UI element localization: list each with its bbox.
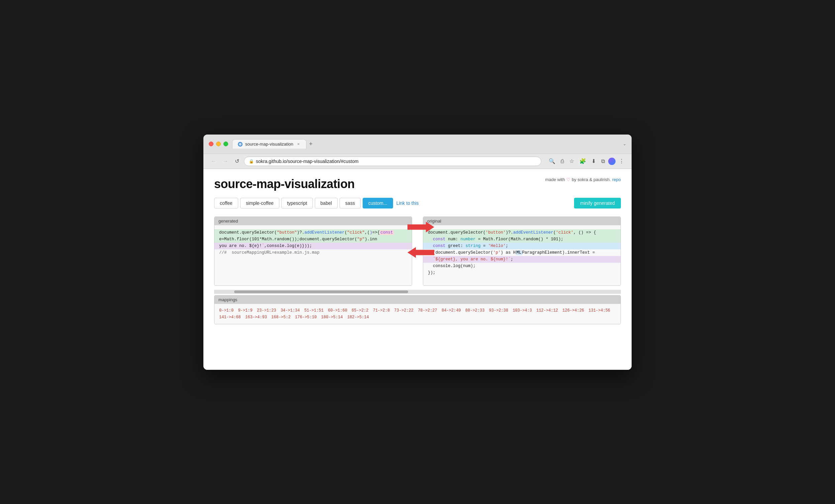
generated-panel-header: generated [215, 217, 412, 225]
back-button[interactable]: ← [209, 157, 218, 166]
by-text: by sokra & paulirish. [572, 177, 611, 182]
lock-icon: 🔒 [249, 159, 254, 164]
repo-link[interactable]: repo [612, 177, 621, 182]
mapping-item: 131->4:56 [588, 308, 610, 313]
mapping-item: 51->1:51 [304, 308, 324, 313]
mapping-item: 34->1:34 [281, 308, 300, 313]
original-panel: original document.querySelector('button'… [423, 217, 621, 286]
left-arrow-icon [407, 246, 434, 258]
orig-code-line-7: }); [428, 269, 616, 276]
mapping-item: 71->2:8 [373, 308, 390, 313]
tab-list-chevron[interactable]: ⌄ [623, 142, 626, 146]
mappings-body: 0->1:0 9->1:9 23->1:23 34->1:34 51->1:51… [215, 304, 620, 324]
mapping-item: 103->4:3 [512, 308, 532, 313]
mapping-item: 163->4:93 [245, 315, 267, 320]
browser-window: source-map-visualization ✕ + ⌄ ← → ↺ 🔒 s… [203, 135, 632, 370]
heart-icon: ♡ [566, 177, 570, 182]
url-text: sokra.github.io/source-map-visualization… [256, 159, 536, 164]
tab-manage-button[interactable]: ⧉ [599, 157, 607, 166]
svg-point-0 [239, 143, 242, 146]
mapping-item: 9->1:9 [238, 308, 252, 313]
orig-code-line-3: const greet: string = 'Hello'; [423, 243, 620, 249]
download-button[interactable]: ⬇ [589, 157, 598, 166]
preset-custom-button[interactable]: custom... [363, 198, 393, 208]
link-to-this[interactable]: Link to this [395, 198, 420, 208]
mapping-item: 0->1:0 [219, 308, 233, 313]
svg-marker-1 [407, 222, 434, 232]
preset-coffee-button[interactable]: coffee [214, 198, 238, 208]
scrollbar[interactable] [214, 290, 621, 294]
made-with-text: made with [545, 177, 565, 182]
mapping-item: 112->4:12 [536, 308, 558, 313]
generated-panel: generated document.querySelector("button… [214, 217, 412, 286]
bookmark-button[interactable]: ☆ [567, 157, 576, 166]
reload-button[interactable]: ↺ [233, 157, 241, 166]
made-with: made with ♡ by sokra & paulirish. repo [545, 177, 621, 182]
mapping-item: 65->2:2 [352, 308, 368, 313]
maximize-button[interactable] [223, 142, 228, 146]
orig-code-line-4: (document.querySelector('p') as HMLParag… [428, 249, 616, 256]
preset-buttons: coffee simple-coffee typescript babel sa… [214, 198, 621, 208]
forward-button[interactable]: → [221, 157, 230, 166]
page-header: source-map-visualization made with ♡ by … [214, 177, 621, 191]
avatar[interactable] [608, 158, 615, 165]
mapping-item: 73->2:22 [394, 308, 413, 313]
gen-code-line-1: document.querySelector("button")?.addEve… [215, 229, 412, 236]
mapping-item: 78->2:27 [418, 308, 437, 313]
orig-code-line-2: const num: number = Math.floor(Math.rand… [423, 236, 620, 243]
titlebar: source-map-visualization ✕ + ⌄ [203, 135, 632, 154]
mappings-header: mappings [215, 296, 620, 304]
page-title: source-map-visualization [214, 177, 354, 191]
gen-code-line-2: e=Math.floor(101*Math.random());document… [215, 236, 412, 243]
gen-code-line-3: you are no. ${e}!`,console.log(e)})); [215, 243, 412, 249]
mapping-item: 180->5:14 [321, 315, 343, 320]
original-panel-header: original [423, 217, 620, 225]
preset-typescript-button[interactable]: typescript [281, 198, 313, 208]
mapping-item: 88->2:33 [465, 308, 485, 313]
close-button[interactable] [209, 142, 213, 146]
page-content: source-map-visualization made with ♡ by … [203, 169, 632, 370]
traffic-lights [209, 142, 228, 146]
share-button[interactable]: ⎙ [559, 157, 566, 166]
gen-code-line-4: //# sourceMappingURL=example.min.js.map [219, 249, 407, 256]
right-arrow-icon [407, 221, 434, 233]
mapping-item: 126->4:26 [562, 308, 584, 313]
mapping-item: 168->5:2 [271, 315, 291, 320]
orig-code-line-6: console.log(num); [428, 263, 616, 269]
svg-marker-2 [407, 247, 434, 258]
minify-button[interactable]: minify generated [574, 198, 621, 208]
mappings-panel: mappings 0->1:0 9->1:9 23->1:23 34->1:34… [214, 295, 621, 325]
search-button[interactable]: 🔍 [547, 157, 557, 166]
addressbar: ← → ↺ 🔒 sokra.github.io/source-map-visua… [203, 154, 632, 169]
address-bar[interactable]: 🔒 sokra.github.io/source-map-visualizati… [244, 157, 541, 166]
tab-favicon [238, 142, 243, 146]
active-tab[interactable]: source-map-visualization ✕ [232, 139, 306, 148]
minimize-button[interactable] [216, 142, 221, 146]
generated-panel-body: document.querySelector("button")?.addEve… [215, 225, 412, 285]
mapping-item: 60->1:60 [328, 308, 347, 313]
mapping-item: 93->2:38 [489, 308, 509, 313]
scrollbar-thumb[interactable] [234, 290, 408, 293]
mapping-item: 84->2:49 [442, 308, 461, 313]
extensions-button[interactable]: 🧩 [577, 157, 588, 166]
preset-sass-button[interactable]: sass [340, 198, 361, 208]
original-panel-body: document.querySelector('button')?.addEve… [423, 225, 620, 285]
menu-button[interactable]: ⋮ [617, 157, 626, 166]
mapping-item: 182->5:14 [347, 315, 369, 320]
tab-bar: source-map-visualization ✕ + [232, 139, 619, 149]
tab-title: source-map-visualization [245, 142, 293, 146]
toolbar-icons: 🔍 ⎙ ☆ 🧩 ⬇ ⧉ ⋮ [547, 157, 626, 166]
code-panels: generated document.querySelector("button… [214, 217, 621, 286]
new-tab-button[interactable]: + [306, 139, 315, 149]
orig-code-line-1: document.querySelector('button')?.addEve… [423, 229, 620, 236]
arrows-container [407, 221, 434, 258]
mapping-item: 141->4:68 [219, 315, 241, 320]
mapping-items: 0->1:0 9->1:9 23->1:23 34->1:34 51->1:51… [219, 308, 612, 320]
orig-code-line-5: `${greet}, you are no. ${num}!`; [423, 256, 620, 263]
tab-close-button[interactable]: ✕ [296, 142, 301, 146]
mapping-item: 23->1:23 [257, 308, 276, 313]
preset-babel-button[interactable]: babel [315, 198, 338, 208]
preset-simple-coffee-button[interactable]: simple-coffee [240, 198, 279, 208]
mapping-item: 176->5:10 [295, 315, 317, 320]
